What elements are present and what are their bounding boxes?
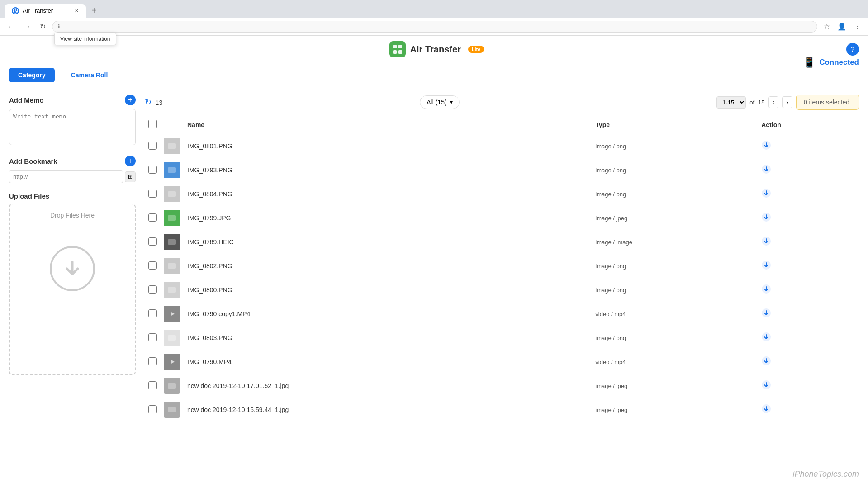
file-thumbnail: [164, 234, 180, 250]
file-name: IMG_0790 copy1.MP4: [187, 310, 250, 317]
toolbar-right: 1-15 of 15 ‹ › 0 items selected.: [716, 95, 859, 110]
download-button[interactable]: [761, 356, 771, 368]
column-name: Name: [184, 115, 592, 134]
next-page-button[interactable]: ›: [782, 96, 792, 108]
svg-marker-23: [171, 360, 175, 364]
back-button[interactable]: ←: [5, 21, 17, 33]
file-checkbox[interactable]: [148, 405, 157, 413]
file-checkbox[interactable]: [148, 166, 157, 174]
browser-tabs: Air Transfer × +: [5, 4, 863, 18]
file-thumbnail: [164, 210, 180, 226]
tab-title: Air Transfer: [23, 7, 53, 14]
file-type: image / png: [595, 191, 626, 198]
toolbar-center: All (15) ▾: [420, 95, 459, 109]
svg-rect-15: [168, 263, 176, 269]
file-name: IMG_0801.PNG: [187, 142, 232, 150]
tab-camera-roll[interactable]: Camera Roll: [62, 68, 117, 82]
menu-button[interactable]: ⋮: [851, 20, 863, 33]
forward-button[interactable]: →: [21, 21, 33, 33]
file-checkbox[interactable]: [148, 309, 157, 317]
upload-drop-zone[interactable]: Drop Files Here: [9, 204, 136, 375]
file-checkbox[interactable]: [148, 357, 157, 365]
page-range-select[interactable]: 1-15: [716, 96, 746, 109]
file-thumbnail: [164, 282, 180, 298]
address-bar[interactable]: ℹ: [52, 21, 817, 33]
upload-files-title: Upload Files: [9, 192, 49, 200]
file-checkbox[interactable]: [148, 381, 157, 389]
file-checkbox[interactable]: [148, 190, 157, 198]
phone-icon: 📱: [803, 57, 816, 68]
svg-rect-5: [168, 143, 176, 149]
file-type: image / png: [595, 287, 626, 294]
file-checkbox[interactable]: [148, 333, 157, 341]
tab-close-button[interactable]: ×: [75, 7, 79, 15]
reload-button[interactable]: ↻: [37, 20, 48, 33]
file-type: image / jpeg: [595, 215, 627, 222]
table-row: IMG_0802.PNG image / png: [145, 254, 859, 278]
column-action: Action: [758, 115, 859, 134]
download-button[interactable]: [761, 308, 771, 320]
file-name: IMG_0804.PNG: [187, 190, 232, 198]
main-content: Add Memo + Add Bookmark + ⊞ Uplo: [0, 87, 868, 429]
help-button[interactable]: ?: [846, 43, 859, 56]
file-checkbox[interactable]: [148, 285, 157, 294]
table-row: IMG_0790.MP4 video / mp4: [145, 350, 859, 374]
file-thumbnail: [164, 258, 180, 274]
download-button[interactable]: [761, 332, 771, 344]
bookmark-go-button[interactable]: ⊞: [125, 171, 136, 182]
app-logo-icon: [389, 41, 406, 57]
table-row: IMG_0800.PNG image / png: [145, 278, 859, 302]
table-row: new doc 2019-12-10 16.59.44_1.jpg image …: [145, 398, 859, 422]
download-button[interactable]: [761, 404, 771, 416]
previous-page-button[interactable]: ‹: [768, 96, 779, 108]
add-memo-button[interactable]: +: [125, 95, 136, 105]
download-button[interactable]: [761, 260, 771, 272]
browser-chrome: Air Transfer × +: [0, 0, 868, 18]
file-checkbox[interactable]: [148, 237, 157, 246]
tab-category[interactable]: Category: [9, 68, 55, 82]
download-button[interactable]: [761, 140, 771, 152]
file-type: image / image: [595, 239, 632, 246]
connected-label: Connected: [819, 58, 859, 67]
memo-textarea[interactable]: [9, 109, 136, 145]
file-thumbnail: [164, 330, 180, 346]
download-button[interactable]: [761, 212, 771, 224]
new-tab-button[interactable]: +: [88, 4, 100, 18]
select-all-checkbox[interactable]: [148, 120, 157, 128]
refresh-icon[interactable]: ↻: [145, 97, 152, 107]
svg-rect-25: [168, 383, 176, 389]
download-button[interactable]: [761, 188, 771, 200]
file-checkbox[interactable]: [148, 213, 157, 222]
bookmark-input[interactable]: [9, 170, 123, 183]
file-checkbox[interactable]: [148, 261, 157, 270]
upload-icon: [50, 246, 95, 291]
address-info-icon[interactable]: ℹ: [58, 24, 60, 30]
file-name: IMG_0803.PNG: [187, 334, 232, 341]
file-thumbnail: [164, 186, 180, 202]
browser-tab[interactable]: Air Transfer ×: [5, 4, 86, 18]
app-header: Air Transfer Lite ?: [0, 36, 868, 63]
file-type: image / jpeg: [595, 407, 627, 413]
file-name: IMG_0793.PNG: [187, 166, 232, 174]
download-button[interactable]: [761, 380, 771, 392]
column-type: Type: [592, 115, 758, 134]
file-name: new doc 2019-12-10 16.59.44_1.jpg: [187, 406, 289, 413]
file-thumbnail: [164, 306, 180, 322]
download-button[interactable]: [761, 284, 771, 296]
bookmark-button[interactable]: ☆: [821, 20, 833, 33]
add-bookmark-section: Add Bookmark + ⊞: [9, 156, 136, 183]
file-checkbox[interactable]: [148, 142, 157, 150]
table-row: new doc 2019-12-10 17.01.52_1.jpg image …: [145, 374, 859, 398]
file-type: image / png: [595, 263, 626, 270]
app-logo: Air Transfer Lite: [389, 41, 484, 57]
file-name: IMG_0799.JPG: [187, 214, 231, 222]
file-thumbnail: [164, 402, 180, 418]
download-button[interactable]: [761, 164, 771, 176]
upload-drop-label: Drop Files Here: [50, 212, 95, 219]
all-filter-dropdown[interactable]: All (15) ▾: [420, 95, 459, 109]
download-button[interactable]: [761, 236, 771, 248]
file-list-toolbar: ↻ 13 All (15) ▾ 1-15 of 15 ‹ ›: [145, 95, 859, 110]
table-row: IMG_0804.PNG image / png: [145, 182, 859, 206]
profile-button[interactable]: 👤: [835, 20, 849, 33]
add-bookmark-button[interactable]: +: [125, 156, 136, 166]
